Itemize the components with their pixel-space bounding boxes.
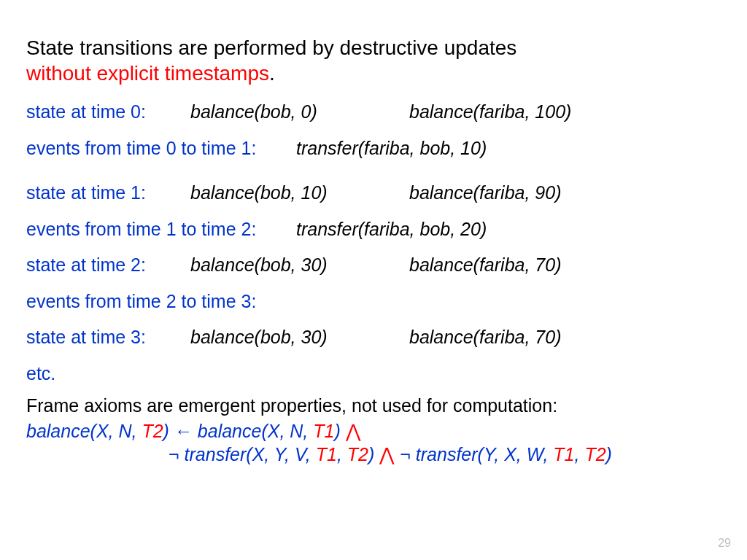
state-row-3: state at time 3: balance(bob, 30) balanc…: [26, 327, 721, 348]
axiom-comma-a: ,: [337, 444, 347, 464]
axiom-neg1-sym: ¬: [169, 444, 185, 464]
axiom-neg2-sym: ¬: [400, 444, 416, 464]
state-1-label: state at time 1:: [26, 183, 190, 203]
state-0-fariba: balance(fariba, 100): [409, 102, 571, 122]
axiom-close-d: ): [606, 444, 612, 464]
axiom-and-1: ⋀: [341, 421, 361, 441]
state-1-bob: balance(bob, 10): [190, 183, 409, 203]
event-0-val: transfer(fariba, bob, 10): [296, 139, 487, 159]
axiom-t2-c: T2: [584, 444, 605, 464]
state-3-fariba: balance(fariba, 70): [409, 327, 561, 348]
axiom-comma-b: ,: [574, 444, 584, 464]
axiom-arrow: ←: [169, 421, 198, 441]
state-0-label: state at time 0:: [26, 102, 190, 122]
event-2-label: events from time 2 to time 3:: [26, 292, 296, 312]
axiom-line-1: balance(X, N, T2) ← balance(X, N, T1) ⋀: [26, 419, 721, 443]
etc-row: etc.: [26, 364, 721, 384]
axiom-t1-b: T1: [316, 444, 337, 464]
axiom-t1-c: T1: [553, 444, 574, 464]
axiom-close-a: ): [163, 421, 169, 441]
state-2-fariba: balance(fariba, 70): [409, 255, 561, 276]
axiom-b2: balance(X, N,: [198, 421, 313, 441]
axiom-close-b: ): [334, 421, 340, 441]
page-number: 29: [718, 537, 731, 550]
event-0-label: events from time 0 to time 1:: [26, 139, 296, 159]
axiom-neg2: transfer(Y, X, W,: [416, 444, 553, 464]
axiom-t2-b: T2: [347, 444, 368, 464]
footer-text: Frame axioms are emergent properties, no…: [26, 394, 721, 418]
state-row-1: state at time 1: balance(bob, 10) balanc…: [26, 183, 721, 203]
title-red-text: without explicit timestamps: [26, 62, 269, 85]
state-0-bob: balance(bob, 0): [190, 102, 409, 122]
state-3-bob: balance(bob, 30): [190, 327, 409, 348]
title-line1: State transitions are performed by destr…: [26, 36, 516, 59]
footer-block: Frame axioms are emergent properties, no…: [26, 394, 721, 467]
etc-text: etc.: [26, 364, 55, 384]
event-1-val: transfer(fariba, bob, 20): [296, 219, 487, 240]
axiom-t1-a: T1: [313, 421, 334, 441]
event-row-0: events from time 0 to time 1: transfer(f…: [26, 139, 721, 159]
state-1-fariba: balance(fariba, 90): [409, 183, 561, 203]
slide-title: State transitions are performed by destr…: [26, 35, 721, 86]
event-row-2: events from time 2 to time 3:: [26, 292, 721, 312]
axiom-b1: balance(X, N,: [26, 421, 142, 441]
state-2-bob: balance(bob, 30): [190, 255, 409, 276]
axiom-neg1: transfer(X, Y, V,: [185, 444, 316, 464]
axiom-t2-a: T2: [142, 421, 163, 441]
state-3-label: state at time 3:: [26, 327, 190, 348]
state-row-0: state at time 0: balance(bob, 0) balance…: [26, 102, 721, 122]
state-2-label: state at time 2:: [26, 255, 190, 276]
state-row-2: state at time 2: balance(bob, 30) balanc…: [26, 255, 721, 276]
axiom-and-2: ⋀: [374, 444, 400, 464]
title-period: .: [269, 62, 275, 85]
event-row-1: events from time 1 to time 2: transfer(f…: [26, 219, 721, 240]
axiom-line-2: ¬ transfer(X, Y, V, T1, T2) ⋀ ¬ transfer…: [26, 443, 721, 467]
event-1-label: events from time 1 to time 2:: [26, 219, 296, 240]
